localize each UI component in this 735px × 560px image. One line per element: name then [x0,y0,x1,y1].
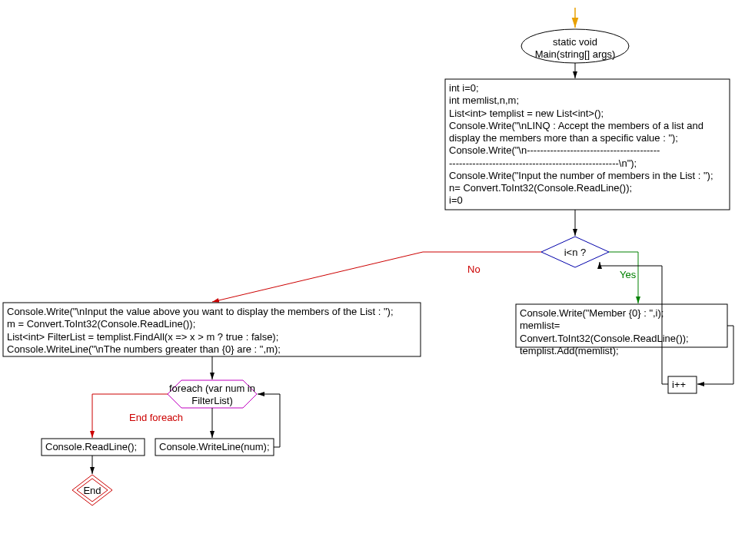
edge-yes-label: Yes [620,269,636,280]
increment-block: i++ [672,379,686,390]
end-terminator: End [83,485,101,497]
edge-no-label: No [467,263,481,275]
svg-line-9 [212,252,423,302]
readline-block: Console.ReadLine(); [45,441,137,452]
foreach-body-block: Console.WriteLine(num); [159,441,270,452]
start-terminator: static void Main(string[] args) [529,36,621,60]
after-loop-block: Console.Write("\nInput the value above y… [7,306,417,356]
decision-condition: i<n ? [552,247,598,259]
end-foreach-label: End foreach [129,412,183,423]
init-block: int i=0; int memlist,n,m; List<int> temp… [449,82,726,207]
foreach-header: foreach (var num in FilterList) [169,383,255,406]
loop-body-block: Console.Write("Member {0} : ",i); memlis… [520,307,723,357]
